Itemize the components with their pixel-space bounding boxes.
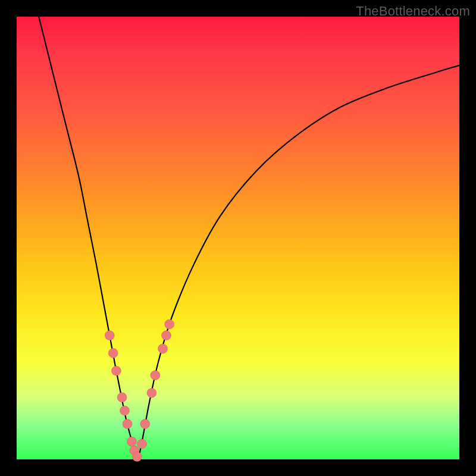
data-bead — [111, 366, 121, 375]
right-branch-curve — [139, 65, 459, 459]
data-bead — [158, 344, 168, 353]
data-bead — [165, 320, 174, 329]
data-bead — [105, 331, 114, 340]
data-bead — [137, 439, 147, 449]
data-bead — [127, 437, 136, 446]
data-bead — [120, 406, 130, 415]
watermark-text: TheBottleneck.com — [356, 4, 470, 19]
data-bead — [123, 419, 132, 428]
data-bead — [140, 419, 150, 428]
data-bead — [117, 393, 127, 402]
data-bead — [108, 348, 118, 358]
chart-frame: TheBottleneck.com — [0, 0, 476, 476]
data-bead — [161, 331, 171, 340]
plot-area — [17, 17, 459, 459]
data-bead — [151, 371, 160, 380]
data-bead — [132, 452, 142, 462]
chart-svg — [17, 17, 459, 459]
data-bead — [147, 388, 156, 397]
